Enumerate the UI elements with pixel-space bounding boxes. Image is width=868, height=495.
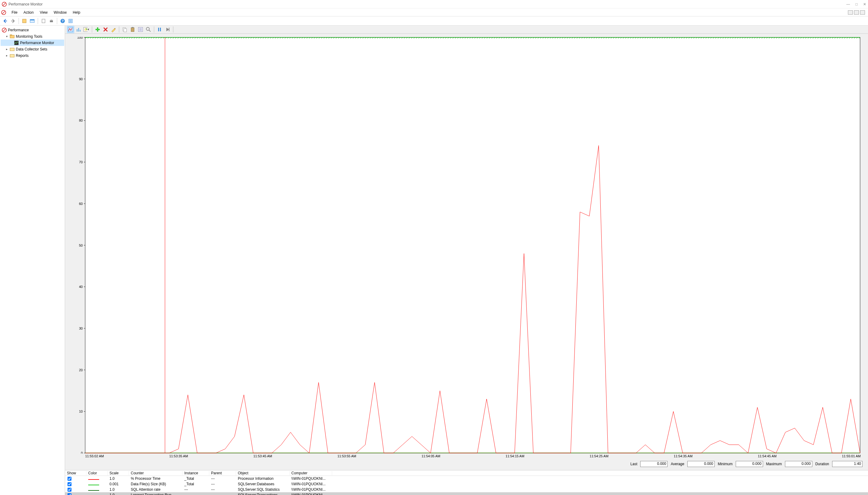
new-window-button[interactable] [29,18,36,24]
computer-cell: \\WIN-01PQUOKNI... [290,476,332,481]
col-scale[interactable]: Scale [108,471,129,475]
export-button[interactable] [40,18,47,24]
computer-cell: \\WIN-01PQUOKNI... [290,488,332,492]
chart-toolbar: ▼ [65,25,868,34]
counter-row[interactable]: 1.0Longest Transaction Run...------SQLSe… [65,492,868,495]
tree-performance-monitor[interactable]: Performance Monitor [1,39,64,46]
show-checkbox[interactable] [68,488,71,492]
show-hide-tree-button[interactable] [21,18,28,24]
svg-rect-7 [42,19,45,23]
menu-window[interactable]: Window [51,9,70,16]
counter-row[interactable]: 1.0% Processor Time_Total---Processor In… [65,476,868,481]
view-line-button[interactable] [67,26,74,33]
svg-rect-39 [158,28,159,31]
col-instance[interactable]: Instance [183,471,209,475]
svg-line-3 [2,11,5,14]
close-button[interactable]: ✕ [863,2,866,6]
navigation-tree[interactable]: Performance ▾ Monitoring Tools Performan… [0,25,65,495]
parent-cell: --- [209,476,236,481]
folder-icon [10,53,15,58]
main-toolbar: ? [0,16,868,25]
tree-expander-icon[interactable]: ▾ [5,35,8,38]
col-computer[interactable]: Computer [290,471,332,475]
delete-counter-button[interactable] [102,26,109,33]
view-histogram-button[interactable] [75,26,82,33]
view-report-button[interactable]: ▼ [83,26,90,33]
menu-file[interactable]: File [8,9,20,16]
mdi-restore-button[interactable] [854,10,859,15]
line-chart[interactable]: 0102030405060708090100 [72,37,861,454]
chart-area[interactable]: 0102030405060708090100 11:55:02 AM11:53:… [65,34,868,459]
tree-expander-icon[interactable]: ▸ [5,48,8,51]
x-tick-label: 11:54:25 AM [590,454,609,458]
scale-cell: 1.0 [108,476,129,481]
nav-back-button[interactable] [2,18,8,24]
average-label: Average [670,462,684,466]
svg-rect-31 [131,28,134,32]
object-cell: SQLServer:Transactions [236,493,290,495]
chart-icon [14,40,19,45]
svg-line-1 [3,3,5,5]
counter-header-row: Show Color Scale Counter Instance Parent… [65,471,868,476]
col-color[interactable]: Color [86,471,108,475]
counter-row[interactable]: 0.001Data File(s) Size (KB)_Total---SQLS… [65,481,868,487]
svg-text:100: 100 [77,37,83,39]
properties-tool-button[interactable] [67,18,74,24]
counter-list[interactable]: Show Color Scale Counter Instance Parent… [65,470,868,495]
mdi-minimize-button[interactable] [848,10,853,15]
col-show[interactable]: Show [65,471,86,475]
zoom-button[interactable] [145,26,152,33]
counter-row[interactable]: 1.0SQL Attention rate------SQLServer:SQL… [65,487,868,492]
nav-forward-button[interactable] [10,18,16,24]
minimum-label: Minimum [718,462,733,466]
tree-data-collector-sets[interactable]: ▸ Data Collector Sets [1,46,64,52]
show-checkbox[interactable] [68,477,71,481]
perfmon-root-icon [2,28,7,33]
svg-rect-21 [10,48,14,51]
svg-rect-30 [124,29,126,32]
paste-button[interactable] [129,26,136,33]
help-button[interactable]: ? [59,18,66,24]
app-icon-small [1,10,6,15]
menu-help[interactable]: Help [70,9,83,16]
print-button[interactable] [48,18,55,24]
maximum-value: 0.000 [785,461,812,467]
color-swatch [88,485,99,485]
properties-button[interactable] [137,26,144,33]
copy-button[interactable] [121,26,128,33]
scale-cell: 1.0 [108,493,129,495]
last-label: Last [630,462,637,466]
col-counter[interactable]: Counter [129,471,183,475]
svg-line-17 [3,29,5,31]
object-cell: SQLServer:Databases [236,482,290,486]
col-parent[interactable]: Parent [209,471,236,475]
x-tick-label: 11:53:55 AM [337,454,356,458]
svg-rect-25 [78,28,79,32]
col-object[interactable]: Object [236,471,290,475]
svg-text:20: 20 [79,368,83,372]
x-tick-label: 11:54:15 AM [506,454,524,458]
mdi-close-button[interactable] [860,10,865,15]
menu-view[interactable]: View [37,9,51,16]
svg-text:40: 40 [79,285,83,289]
minimize-button[interactable]: — [846,2,850,6]
tree-monitoring-tools[interactable]: ▾ Monitoring Tools [1,33,64,39]
menu-action[interactable]: Action [20,9,36,16]
folder-icon [10,34,15,39]
show-checkbox[interactable] [68,482,71,486]
highlight-button[interactable] [110,26,117,33]
svg-rect-20 [14,41,19,45]
counter-cell: Data File(s) Size (KB) [129,482,183,486]
tree-expander-icon[interactable]: ▸ [5,54,8,57]
show-checkbox[interactable] [68,493,71,495]
svg-text:10: 10 [79,410,83,413]
maximum-label: Maximum [766,462,782,466]
add-counter-button[interactable] [94,26,101,33]
svg-text:50: 50 [79,243,83,247]
update-data-button[interactable] [164,26,171,33]
maximize-button[interactable]: □ [855,2,858,6]
tree-reports[interactable]: ▸ Reports [1,52,64,59]
tree-label: Monitoring Tools [16,34,42,39]
tree-root-performance[interactable]: Performance [1,27,64,33]
freeze-display-button[interactable] [156,26,163,33]
